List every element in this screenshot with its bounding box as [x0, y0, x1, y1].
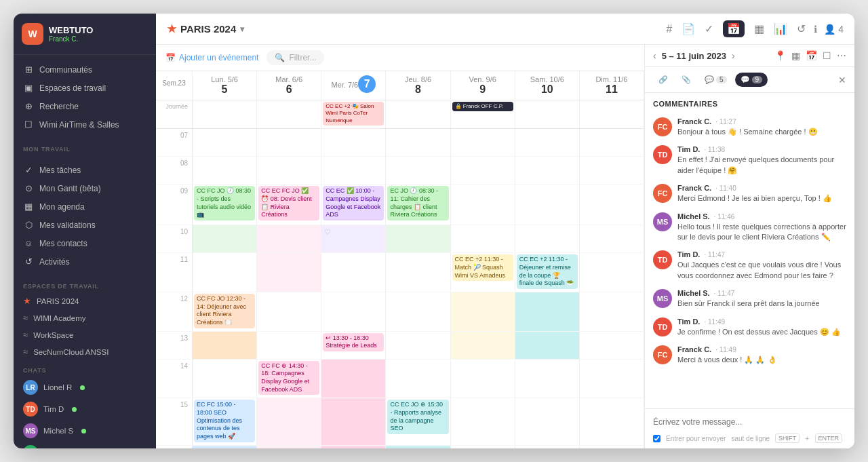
- cell-13-mer[interactable]: ↩ 13:30 - 16:30 Stratégie de Leads: [321, 332, 386, 359]
- send-on-enter-checkbox[interactable]: [653, 435, 660, 442]
- comment-author: Franck C.: [677, 345, 711, 353]
- tool-doc[interactable]: 📄: [682, 22, 695, 35]
- sidebar-item-taches[interactable]: ✓ Mes tâches: [14, 161, 156, 179]
- sidebar-item-recherche[interactable]: ⊕ Recherche: [14, 97, 156, 115]
- tool-history[interactable]: ↺: [797, 22, 806, 35]
- cell-09-jeu[interactable]: EC JO 🕗 08:30 - 11: Cahier des charges 📋…: [386, 185, 450, 225]
- panel-input-footer: Entrer pour envoyer saut de ligne SHIFT …: [653, 434, 846, 443]
- event-campagnes[interactable]: CC EC ✅ 10:00 - Campagnes Display Google…: [323, 186, 384, 220]
- dropdown-arrow[interactable]: ▾: [240, 24, 244, 34]
- chat-name: Tim D: [43, 405, 64, 413]
- tool-check[interactable]: ✓: [705, 22, 713, 35]
- hour-row-09: 09 CC FC JO 🕗 08:30 - Scripts des tutori…: [156, 185, 644, 225]
- panel-tab-comments[interactable]: 💬 9: [735, 73, 768, 87]
- cell-07-jeu: [386, 129, 450, 156]
- cell-10-dim: [580, 225, 644, 252]
- cell-08-ven: [451, 157, 515, 184]
- workspace-title-icon: ★: [167, 22, 176, 35]
- event-dejeuner-squash[interactable]: CC EC +2 11:30 - Déjeuner et remise de l…: [517, 254, 578, 289]
- allday-cell-ven[interactable]: 🔒 Franck OFF C.P.: [451, 100, 515, 128]
- event-devis[interactable]: CC EC FC JO ✅ ⏰ 08: Devis client 📋 Rivie…: [258, 186, 319, 220]
- event-scripts[interactable]: CC FC JO 🕗 08:30 - Scripts des tutoriels…: [194, 186, 255, 220]
- sidebar-item-airtime[interactable]: ☐ Wimi AirTime & Salles: [14, 115, 156, 134]
- hour-row-12: 12 CC FC JO 12:30 - 14: Déjeuner avec cl…: [156, 292, 644, 332]
- tool-gantt[interactable]: ▦: [754, 22, 764, 35]
- comment-header: Michel S. · 11:46: [677, 212, 846, 220]
- chat-item-dungl[interactable]: DL Dung L: [14, 442, 156, 448]
- chat-item-timd[interactable]: TD Tim D: [14, 398, 156, 420]
- sidebar-item-contacts[interactable]: ☺ Mes contacts: [14, 234, 156, 252]
- event-seo[interactable]: EC FC 15:00 - 18:00 SEO Optimisation des…: [194, 400, 255, 442]
- cell-07-sam: [515, 129, 580, 156]
- cell-08-mer: [321, 157, 386, 184]
- allday-cell-mer[interactable]: CC EC +2 🎭 Salon Wimi Paris CoTer Numéri…: [321, 100, 386, 128]
- info-icon[interactable]: ℹ: [814, 24, 817, 35]
- event-rapports[interactable]: CC EC JO ⊕ 15:30 - Rapports analyse de l…: [387, 400, 448, 434]
- sidebar-item-paris2024[interactable]: ★ PARIS 2024: [14, 292, 156, 309]
- cell-09-lun[interactable]: CC FC JO 🕗 08:30 - Scripts des tutoriels…: [193, 185, 257, 225]
- panel-close-button[interactable]: ✕: [838, 75, 846, 85]
- allday-event-salon[interactable]: CC EC +2 🎭 Salon Wimi Paris CoTer Numéri…: [323, 102, 384, 126]
- cell-12-sam: [515, 292, 580, 331]
- tool-hash[interactable]: #: [666, 23, 672, 35]
- add-event-button[interactable]: 📅 Ajouter un événement: [165, 53, 258, 62]
- cell-11-mar: [257, 253, 321, 292]
- sidebar-item-wimi-academy[interactable]: ≈ WIMI Academy: [14, 309, 156, 326]
- allday-cell-mar: [257, 100, 321, 128]
- sidebar-item-espaces[interactable]: ▣ Espaces de travail: [14, 79, 156, 97]
- panel-location-icon[interactable]: 📍: [774, 50, 786, 61]
- cell-16-mar: [257, 446, 321, 448]
- panel-list-icon[interactable]: ☐: [823, 50, 831, 61]
- sidebar-item-gantt[interactable]: ⊙ Mon Gantt (bêta): [14, 179, 156, 197]
- sidebar-main-nav: ⊞ Communautés ▣ Espaces de travail ⊕ Rec…: [14, 55, 156, 139]
- sidebar-item-activites[interactable]: ↺ Activités: [14, 252, 156, 271]
- sidebar-item-agenda[interactable]: ▦ Mon agenda: [14, 197, 156, 216]
- sidebar-item-communautes[interactable]: ⊞ Communautés: [14, 60, 156, 79]
- event-cahier[interactable]: EC JO 🕗 08:30 - 11: Cahier des charges 📋…: [387, 186, 448, 220]
- event-text: CC FC JO 12:30 - 14: Déjeuner avec clien…: [197, 295, 246, 326]
- cell-15-lun[interactable]: EC FC 15:00 - 18:00 SEO Optimisation des…: [193, 398, 257, 444]
- message-input[interactable]: [653, 415, 846, 429]
- event-dejeuner-client[interactable]: CC FC JO 12:30 - 14: Déjeuner avec clien…: [194, 294, 255, 328]
- cell-11-sam[interactable]: CC EC +2 11:30 - Déjeuner et remise de l…: [515, 253, 580, 292]
- event-strategie[interactable]: ↩ 13:30 - 16:30 Stratégie de Leads: [323, 333, 384, 351]
- cell-09-mar[interactable]: CC EC FC JO ✅ ⏰ 08: Devis client 📋 Rivie…: [257, 185, 321, 225]
- filter-input[interactable]: 🔍 Filtrer...: [267, 50, 324, 65]
- allday-cell-dim: [580, 100, 644, 128]
- panel-more-icon[interactable]: ⋯: [837, 50, 846, 61]
- comment-author: Franck C.: [677, 184, 711, 192]
- cell-15-jeu[interactable]: CC EC JO ⊕ 15:30 - Rapports analyse de l…: [386, 398, 450, 444]
- chat-item-michels[interactable]: MS Michel S: [14, 420, 156, 442]
- panel-grid-icon[interactable]: ▦: [791, 50, 800, 61]
- chat-item-lionel[interactable]: LR Lionel R: [14, 377, 156, 398]
- sidebar-item-validations[interactable]: ⬡ Mes validations: [14, 216, 156, 234]
- panel-tab-attach[interactable]: 📎: [676, 73, 696, 87]
- comment-item: FC Franck C. · 11:27 Bonjour à tous 👋 ! …: [645, 113, 854, 141]
- cell-12-lun[interactable]: CC FC JO 12:30 - 14: Déjeuner avec clien…: [193, 292, 257, 331]
- tool-chart[interactable]: 📊: [774, 22, 787, 35]
- panel-tab-comment2[interactable]: 💬 5: [699, 73, 732, 87]
- panel-tab-link[interactable]: 🔗: [653, 73, 673, 87]
- members-icon[interactable]: 👤 4: [824, 24, 844, 35]
- event-squash[interactable]: CC EC +2 11:30 - Match 🎾 Squash Wimi VS …: [452, 254, 513, 281]
- panel-prev-button[interactable]: ‹: [653, 50, 656, 61]
- allday-event-franck-off[interactable]: 🔒 Franck OFF C.P.: [452, 102, 513, 111]
- comment-time: · 11:40: [715, 185, 736, 192]
- sidebar: W WEBTUTO Franck C. ⊞ Communautés ▣ Espa…: [14, 14, 156, 448]
- dungl-avatar: DL: [23, 445, 38, 448]
- hour-row-11: 11 CC EC +2 11:30 - Match 🎾 Squash Wimi …: [156, 253, 644, 292]
- tool-calendar[interactable]: 📅: [723, 20, 745, 37]
- comment-header: Tim D. · 11:47: [677, 250, 846, 258]
- panel-calendar-icon[interactable]: 📅: [806, 50, 817, 61]
- event-campagnes2[interactable]: CC FC ⊕ 14:30 - 18: Campagnes Display Go…: [258, 361, 319, 396]
- activites-icon: ↺: [23, 256, 34, 267]
- panel-next-button[interactable]: ›: [732, 50, 735, 61]
- comment-author: Michel S.: [677, 212, 710, 220]
- sidebar-item-wimi-workspace[interactable]: ≈ WorkSpace: [14, 326, 156, 343]
- sidebar-item-secnum[interactable]: ≈ SecNumCloud ANSSI: [14, 343, 156, 360]
- day-dim: Dim. 11/611: [580, 71, 644, 100]
- cell-11-ven[interactable]: CC EC +2 11:30 - Match 🎾 Squash Wimi VS …: [451, 253, 515, 292]
- app-name: WEBTUTO: [49, 25, 93, 36]
- cell-09-mer[interactable]: CC EC ✅ 10:00 - Campagnes Display Google…: [321, 185, 386, 225]
- cell-14-mar[interactable]: CC FC ⊕ 14:30 - 18: Campagnes Display Go…: [257, 360, 321, 398]
